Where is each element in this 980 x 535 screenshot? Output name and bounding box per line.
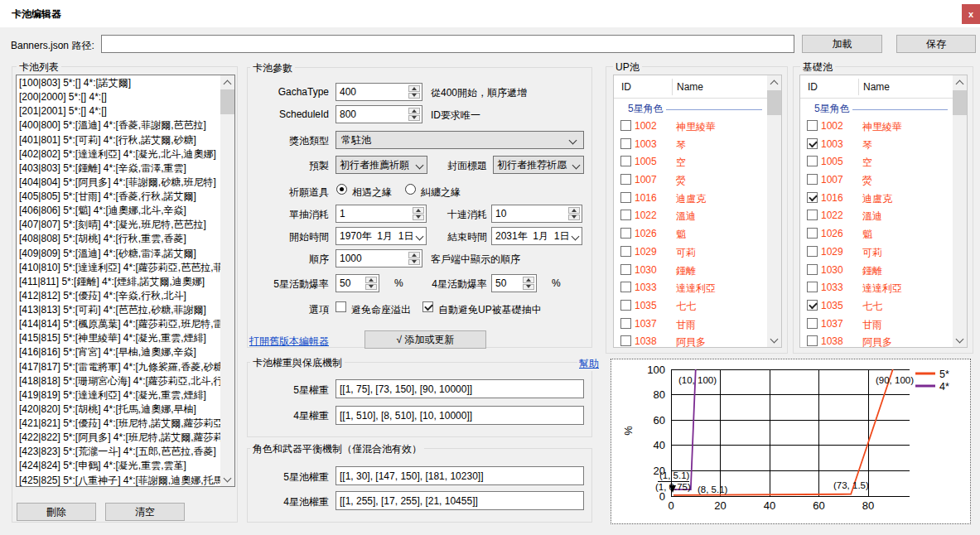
scrollbar-thumb[interactable] (767, 90, 781, 115)
pool-row-checkbox[interactable] (807, 246, 818, 257)
pool-list-item[interactable]: [411|811] 5*:[鍾離] 4*:[煙緋,諾艾爾,迪奧娜] (17, 275, 220, 289)
pool-row-checkbox[interactable] (807, 335, 818, 346)
schedule-id-input[interactable]: 800 (336, 105, 422, 123)
scroll-up-icon[interactable] (767, 75, 781, 89)
pool-row-checkbox[interactable] (620, 318, 631, 329)
load-button[interactable]: 加載 (802, 35, 882, 53)
rate5-stepper[interactable] (365, 277, 377, 290)
pool-row-checkbox[interactable] (620, 335, 631, 346)
pool-row-checkbox[interactable] (620, 246, 631, 257)
pool-row-checkbox[interactable] (620, 300, 631, 311)
pool-row-checkbox[interactable] (807, 138, 818, 149)
pool-list-item[interactable]: [408|808] 5*:[胡桃] 4*:[行秋,重雲,香菱] (17, 232, 220, 246)
radio-acquaint-fate[interactable] (336, 184, 347, 195)
pool-row-checkbox[interactable] (807, 228, 818, 239)
gacha-type-stepper[interactable] (408, 85, 420, 99)
rate5-input[interactable]: 50 (336, 274, 379, 292)
pool-list-item[interactable]: [418|818] 5*:[珊瑚宮心海] 4*:[蘿莎莉亞,北斗,行秋] (17, 374, 220, 388)
cover-title-select[interactable]: 初行者推荐祈愿 (493, 156, 584, 174)
pool-row-checkbox[interactable] (620, 264, 631, 275)
pool-list-item[interactable]: [400|800] 5*:[溫迪] 4*:[香菱,菲謝爾,芭芭拉] (17, 118, 220, 133)
avoid-constellation-overflow-checkbox[interactable] (336, 301, 346, 312)
scroll-up-icon[interactable] (220, 75, 234, 89)
pool-list-item[interactable]: [420|820] 5*:[胡桃] 4*:[托馬,迪奧娜,早柚] (17, 402, 220, 417)
pool-list-item[interactable]: [404|804] 5*:[阿貝多] 4*:[菲謝爾,砂糖,班尼特] (17, 176, 220, 190)
pool-list-item[interactable]: [403|803] 5*:[鍾離] 4*:[辛焱,雷澤,重雲] (17, 161, 220, 176)
pool-row-checkbox[interactable] (620, 282, 631, 292)
order-stepper[interactable] (408, 252, 420, 265)
radio-intertwined-fate[interactable] (405, 184, 416, 195)
pool-row-checkbox[interactable] (620, 210, 631, 220)
pool-row-checkbox[interactable] (807, 318, 818, 329)
pool-list-item[interactable]: [401|801] 5*:[可莉] 4*:[行秋,諾艾爾,砂糖] (17, 133, 220, 147)
pool-row-checkbox[interactable] (620, 174, 631, 185)
pool-weight5-input[interactable]: [[1, 30], [147, 150], [181, 10230]] (336, 466, 584, 485)
save-button[interactable]: 保存 (896, 35, 976, 53)
pool-row-checkbox[interactable] (620, 156, 631, 166)
pool-list-item[interactable]: [414|814] 5*:[楓原萬葉] 4*:[蘿莎莉亞,班尼特,雷澤] (17, 317, 220, 331)
pool-list-item[interactable]: [409|809] 5*:[溫迪] 4*:[砂糖,雷澤,諾艾爾] (17, 247, 220, 261)
pool-list-item[interactable]: [424|824] 5*:[申鶴] 4*:[凝光,重雲,雲堇] (17, 459, 220, 473)
scroll-down-icon[interactable] (220, 472, 234, 486)
weight4-input[interactable]: [[1, 510], [8, 510], [10, 10000]] (336, 406, 584, 425)
pool-row-checkbox[interactable] (620, 138, 631, 149)
pool-list-item[interactable]: [417|817] 5*:[雷電將軍] 4*:[九條裟羅,香菱,砂糖] (17, 360, 220, 374)
pool-row-checkbox[interactable] (807, 192, 818, 203)
add-update-button[interactable]: √ 添加或更新 (364, 330, 486, 349)
clear-button[interactable]: 清空 (105, 503, 185, 521)
pool-list-item[interactable]: [416|816] 5*:[宵宮] 4*:[早柚,迪奧娜,辛焱] (17, 345, 220, 359)
pool-list-item[interactable]: [407|807] 5*:[刻晴] 4*:[凝光,班尼特,芭芭拉] (17, 218, 220, 232)
pool-list-item[interactable]: [200|2000] 5*:[] 4*:[] (17, 90, 220, 104)
pool-list-item[interactable]: [410|810] 5*:[達達利亞] 4*:[蘿莎莉亞,芭芭拉,菲謝爾] (17, 261, 220, 275)
delete-button[interactable]: 刪除 (17, 503, 96, 521)
pool-list-item[interactable]: [413|813] 5*:[可莉] 4*:[芭芭拉,砂糖,菲謝爾] (17, 303, 220, 317)
pool-list-item[interactable]: [421|821] 5*:[優菈] 4*:[班尼特,諾艾爾,蘿莎莉亞] (17, 417, 220, 431)
ten-cost-stepper[interactable] (568, 207, 580, 220)
pool-listbox[interactable]: [100|803] 5*:[] 4*:[諾艾爾][200|2000] 5*:[]… (16, 75, 235, 487)
order-input[interactable]: 1000 (336, 249, 422, 268)
pool-list-item[interactable]: [419|819] 5*:[達達利亞] 4*:[凝光,重雲,煙緋] (17, 388, 220, 402)
scroll-up-icon[interactable] (953, 75, 967, 89)
close-button[interactable]: x (962, 4, 980, 24)
pool-row-checkbox[interactable] (807, 120, 818, 131)
scroll-down-icon[interactable] (767, 333, 781, 347)
pool-row-checkbox[interactable] (807, 210, 818, 220)
pool-list-item[interactable]: [415|815] 5*:[神里綾華] 4*:[凝光,重雲,煙緋] (17, 331, 220, 345)
pool-list-item[interactable]: [422|822] 5*:[阿貝多] 4*:[班尼特,諾艾爾,蘿莎莉亞] (17, 431, 220, 445)
pool-list-item[interactable]: [201|2001] 5*:[] 4*:[] (17, 104, 220, 118)
pool-row-checkbox[interactable] (807, 264, 818, 275)
end-time-picker[interactable]: 2031年 1月 1日 (491, 227, 582, 245)
pool-type-select[interactable]: 常駐池 (336, 131, 584, 149)
pool-list-item[interactable]: [425|825] 5*:[八重神子] 4*:[菲謝爾,迪奧娜,托馬] (17, 474, 220, 487)
scrollbar-thumb[interactable] (953, 90, 967, 115)
pool-row-checkbox[interactable] (807, 300, 818, 311)
pool-list-item[interactable]: [406|806] 5*:[魈] 4*:[迪奧娜,北斗,辛焱] (17, 204, 220, 218)
scrollbar-thumb[interactable] (220, 89, 234, 114)
schedule-id-stepper[interactable] (408, 108, 420, 121)
pool-list-item[interactable]: [100|803] 5*:[] 4*:[諾艾爾] (17, 76, 220, 90)
ten-cost-input[interactable]: 10 (491, 205, 582, 223)
auto-avoid-up-checkbox[interactable] (422, 301, 433, 312)
help-link[interactable]: 幫助 (577, 357, 601, 371)
weight5-input[interactable]: [[1, 75], [73, 150], [90, 10000]] (336, 379, 584, 398)
gacha-type-input[interactable]: 400 (336, 83, 422, 101)
scroll-down-icon[interactable] (953, 333, 967, 347)
pool-row-checkbox[interactable] (807, 156, 818, 166)
pool-list-item[interactable]: [423|823] 5*:[荒瀧一斗] 4*:[五郎,芭芭拉,香菱] (17, 445, 220, 459)
rate4-input[interactable]: 50 (491, 274, 537, 292)
path-input[interactable] (101, 35, 794, 53)
pool-list-item[interactable]: [405|805] 5*:[甘雨] 4*:[香菱,行秋,諾艾爾] (17, 190, 220, 204)
pool-row-checkbox[interactable] (620, 120, 631, 131)
pool-list-scrollbar[interactable] (220, 75, 234, 486)
pool-list-item[interactable]: [412|812] 5*:[優菈] 4*:[辛焱,行秋,北斗] (17, 289, 220, 303)
open-old-editor-link[interactable]: 打開舊版本編輯器 (249, 335, 329, 349)
up-pool-scrollbar[interactable] (767, 75, 781, 347)
pool-row-checkbox[interactable] (807, 174, 818, 185)
base-pool-scrollbar[interactable] (953, 75, 967, 347)
pool-row-checkbox[interactable] (807, 282, 818, 292)
pool-weight4-input[interactable]: [[1, 255], [17, 255], [21, 10455]] (336, 491, 584, 510)
pool-row-checkbox[interactable] (620, 228, 631, 239)
pool-row-checkbox[interactable] (620, 192, 631, 203)
pool-list-item[interactable]: [402|802] 5*:[達達利亞] 4*:[凝光,北斗,迪奧娜] (17, 147, 220, 161)
rate4-stepper[interactable] (523, 277, 534, 290)
